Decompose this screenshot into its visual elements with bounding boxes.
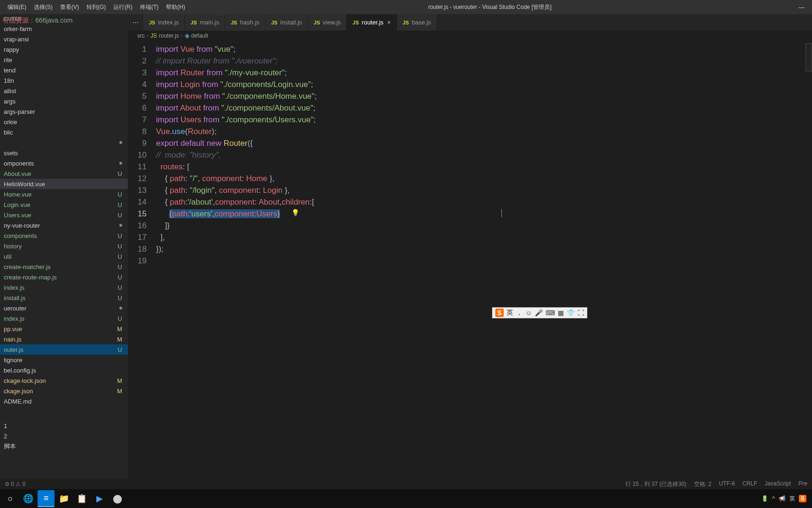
- editor-tab[interactable]: JSview.js: [308, 14, 347, 31]
- breadcrumbs[interactable]: src › JS router.js › ◉ default: [128, 31, 812, 41]
- editor-tab[interactable]: JSrouter.js×: [347, 14, 397, 31]
- file-tree-item[interactable]: uerouter: [0, 303, 128, 313]
- cursor-position[interactable]: 行 15，列 37 (已选择30): [625, 480, 687, 488]
- file-tree-item[interactable]: 18n: [0, 75, 128, 86]
- windows-taskbar[interactable]: ○ 🌐 ≡ 📁 📋 ▶ ⬤ 🔋 ^ 📢 英 S: [0, 489, 812, 508]
- file-tree-item[interactable]: tignore: [0, 355, 128, 365]
- ime-emoji[interactable]: ☺: [525, 309, 532, 317]
- file-tree-item[interactable]: tend: [0, 65, 128, 75]
- file-tree-item[interactable]: args-parser: [0, 106, 128, 117]
- system-tray[interactable]: 🔋 ^ 📢 英 S: [761, 495, 810, 503]
- tray-chevron[interactable]: ^: [772, 495, 775, 502]
- file-tree-item[interactable]: About.vueU: [0, 168, 128, 179]
- prettier[interactable]: Pre: [798, 480, 807, 488]
- ime-mic[interactable]: 🎤: [535, 309, 543, 317]
- eol[interactable]: CRLF: [742, 480, 757, 488]
- file-tree-item[interactable]: outer.jsU: [0, 344, 128, 355]
- file-tree-item[interactable]: args: [0, 96, 128, 106]
- file-tree-item[interactable]: rite: [0, 55, 128, 65]
- indent-type[interactable]: 空格: 2: [694, 480, 711, 488]
- encoding[interactable]: UTF-8: [719, 480, 735, 488]
- menu-help[interactable]: 帮助(H): [162, 3, 189, 11]
- file-tree-item[interactable]: index.jsU: [0, 313, 128, 324]
- file-tree-item[interactable]: create-route-map.jsU: [0, 272, 128, 282]
- close-icon[interactable]: ×: [387, 19, 391, 26]
- language-mode[interactable]: JavaScript: [765, 480, 791, 488]
- file-tree-item[interactable]: install.jsU: [0, 293, 128, 303]
- file-tree-item[interactable]: Login.vueU: [0, 199, 128, 210]
- minimize-button[interactable]: —: [791, 0, 812, 14]
- file-tree-item[interactable]: ADME.md: [0, 396, 128, 406]
- file-tree-item[interactable]: orker-farm: [0, 24, 128, 34]
- file-tree-item[interactable]: HelloWorld.vue: [0, 179, 128, 189]
- code-editor[interactable]: 12345678910111213141516171819 import Vue…: [128, 41, 812, 479]
- outline-item[interactable]: 2: [0, 431, 128, 441]
- menu-view[interactable]: 查看(V): [56, 3, 83, 11]
- file-tree-item[interactable]: blic: [0, 127, 128, 137]
- explorer-icon[interactable]: 📁: [55, 490, 72, 507]
- file-tree-item[interactable]: ckage-lock.jsonM: [0, 375, 128, 386]
- statusbar: ⊘ 0 ⚠ 0 行 15，列 37 (已选择30) 空格: 2 UTF-8 CR…: [0, 479, 812, 489]
- file-tree-item[interactable]: index.jsU: [0, 282, 128, 293]
- file-tree-item[interactable]: Users.vueU: [0, 210, 128, 220]
- minimap[interactable]: [803, 41, 812, 479]
- file-tree-item[interactable]: vrap-ansi: [0, 34, 128, 44]
- menu-select[interactable]: 选择(S): [30, 3, 56, 11]
- obs-icon[interactable]: ⬤: [109, 490, 126, 507]
- battery-icon[interactable]: 🔋: [761, 495, 768, 502]
- file-tree-item[interactable]: ckage.jsonM: [0, 386, 128, 396]
- menu-terminal[interactable]: 终端(T): [136, 3, 162, 11]
- outline-item[interactable]: 1: [0, 421, 128, 431]
- ime-tray[interactable]: 英: [789, 495, 795, 503]
- file-tree-item[interactable]: utilU: [0, 251, 128, 262]
- file-tree-item[interactable]: pp.vueM: [0, 324, 128, 334]
- editor-tab[interactable]: JSinstall.js: [265, 14, 308, 31]
- editor-tab[interactable]: JSmain.js: [185, 14, 226, 31]
- outline-item[interactable]: 脚本: [0, 441, 128, 452]
- menu-go[interactable]: 转到(G): [83, 3, 109, 11]
- breadcrumb-symbol[interactable]: default: [191, 32, 208, 39]
- editor-tab[interactable]: JShash.js: [225, 14, 265, 31]
- file-tree-item[interactable]: Home.vueU: [0, 189, 128, 199]
- text-cursor: ⎸: [501, 207, 508, 219]
- breadcrumb-file[interactable]: router.js: [159, 32, 179, 39]
- editor-tab[interactable]: JSbase.js: [397, 14, 437, 31]
- file-tree-item[interactable]: rappy: [0, 44, 128, 55]
- file-tree-item[interactable]: ny-vue-router: [0, 220, 128, 230]
- powershell-icon[interactable]: ▶: [91, 490, 108, 507]
- vscode-icon[interactable]: ≡: [38, 490, 55, 507]
- ime-grid[interactable]: ▦: [558, 309, 564, 317]
- cortana-icon[interactable]: ○: [2, 490, 19, 507]
- ime-toolbar[interactable]: S 英 ， ☺ 🎤 ⌨ ▦ 👕 ⛶: [492, 307, 587, 318]
- ime-tool2[interactable]: ⛶: [578, 309, 584, 317]
- file-tree-item[interactable]: orkie: [0, 117, 128, 127]
- file-tree-item[interactable]: ssets: [0, 148, 128, 158]
- file-tree-item[interactable]: [0, 137, 128, 148]
- editor-tab[interactable]: JSindex.js: [143, 14, 185, 31]
- tab-overflow-left[interactable]: ⋯: [128, 19, 143, 26]
- ime-punct[interactable]: ，: [516, 309, 523, 317]
- chrome-icon[interactable]: 🌐: [20, 490, 37, 507]
- editor-tabs: ⋯ JSindex.jsJSmain.jsJShash.jsJSinstall.…: [128, 14, 812, 31]
- file-tree-item[interactable]: allist: [0, 86, 128, 96]
- ime-lang[interactable]: 英: [507, 309, 513, 317]
- menu-run[interactable]: 运行(R): [109, 3, 136, 11]
- task-icon[interactable]: 📋: [73, 490, 90, 507]
- problems-count[interactable]: ⊘ 0 ⚠ 0: [5, 481, 25, 487]
- file-tree-item[interactable]: omponents: [0, 158, 128, 168]
- breadcrumb-src[interactable]: src: [137, 32, 145, 39]
- lightbulb-icon[interactable]: 💡: [291, 207, 299, 219]
- watermark-url: 666java.com: [35, 16, 72, 24]
- file-tree-item[interactable]: create-matcher.jsU: [0, 262, 128, 272]
- file-tree-item[interactable]: componentsU: [0, 230, 128, 241]
- ime-tool1[interactable]: 👕: [567, 309, 575, 317]
- menu-edit[interactable]: 编辑(E): [4, 3, 30, 11]
- explorer-sidebar[interactable]: OUTER orker-farmvrap-ansirappyritetend18…: [0, 14, 128, 479]
- file-tree-item[interactable]: bel.config.js: [0, 365, 128, 375]
- ime-kbd[interactable]: ⌨: [546, 309, 555, 317]
- file-tree-item[interactable]: historyU: [0, 241, 128, 251]
- file-tree-item[interactable]: nain.jsM: [0, 334, 128, 344]
- sogou-tray-icon[interactable]: S: [799, 495, 806, 502]
- volume-icon[interactable]: 📢: [779, 495, 786, 502]
- sogou-icon[interactable]: S: [495, 309, 503, 317]
